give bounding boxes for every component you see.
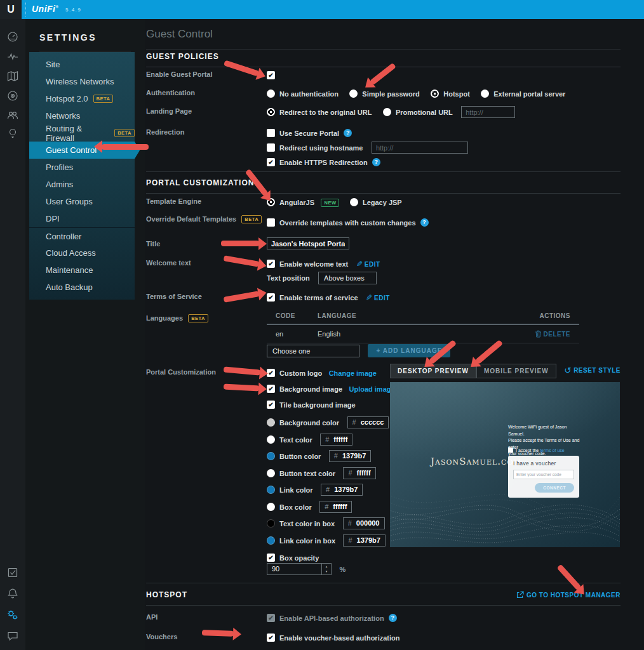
box-opacity-input[interactable]: 90 ▴▾ bbox=[267, 563, 332, 575]
background-image-checkbox[interactable] bbox=[267, 385, 275, 393]
redirect-hostname-input[interactable] bbox=[372, 142, 468, 154]
auth-external-portal-radio[interactable] bbox=[481, 90, 489, 98]
tab-mobile-preview[interactable]: MOBILE PREVIEW bbox=[476, 364, 556, 378]
override-templates-checkbox[interactable] bbox=[267, 218, 275, 227]
text-color-input[interactable]: #ffffff bbox=[320, 434, 352, 446]
link-color-swatch[interactable] bbox=[267, 486, 275, 494]
sidebar-item-maintenance[interactable]: Maintenance bbox=[29, 262, 135, 279]
portal-preview: JasonSamuel.com Welcome WiFi guest of Ja… bbox=[390, 382, 620, 547]
wave-pattern bbox=[390, 471, 620, 547]
text-color-in-box-swatch[interactable] bbox=[267, 519, 275, 527]
link-color-in-box-swatch[interactable] bbox=[267, 536, 275, 545]
promotional-url-input[interactable] bbox=[461, 106, 515, 118]
reset-style-button[interactable]: ↻RESET STYLE bbox=[564, 366, 621, 375]
settings-icon[interactable] bbox=[7, 609, 18, 621]
authentication-label: Authentication bbox=[146, 89, 195, 96]
preview-connect-button[interactable]: CONNECT bbox=[535, 483, 574, 493]
tile-background-checkbox[interactable] bbox=[267, 401, 275, 409]
template-legacy-jsp-radio[interactable] bbox=[350, 198, 358, 206]
logo-letter: U bbox=[7, 4, 15, 15]
sidebar-item-routing-firewall[interactable]: Routing & FirewallBETA bbox=[29, 124, 135, 142]
languages-label: Languages BETA bbox=[146, 314, 208, 322]
preview-terms-link[interactable]: terms of use bbox=[540, 448, 565, 453]
beta-badge: BETA bbox=[93, 95, 114, 103]
button-text-color-swatch[interactable] bbox=[267, 469, 275, 477]
clients-icon[interactable] bbox=[7, 110, 18, 121]
help-icon[interactable] bbox=[372, 158, 380, 166]
box-color-swatch[interactable] bbox=[267, 503, 275, 511]
https-redirection-checkbox[interactable] bbox=[267, 158, 275, 166]
sidebar-title: SETTINGS bbox=[39, 32, 145, 43]
events-icon[interactable] bbox=[7, 567, 18, 578]
version-label: 5.4.9 bbox=[65, 7, 81, 13]
refresh-icon: ↻ bbox=[564, 366, 571, 375]
sidebar-item-profiles[interactable]: Profiles bbox=[29, 159, 135, 176]
alerts-icon[interactable] bbox=[7, 588, 18, 599]
redirect-hostname-checkbox[interactable] bbox=[267, 143, 275, 152]
sidebar-item-admins[interactable]: Admins bbox=[29, 176, 135, 193]
welcome-edit-link[interactable]: EDIT bbox=[365, 261, 380, 268]
sidebar-item-cloud-access[interactable]: Cloud Access bbox=[29, 244, 135, 262]
enable-guest-portal-checkbox[interactable] bbox=[267, 71, 275, 79]
voucher-authorization-checkbox[interactable] bbox=[267, 633, 275, 642]
delete-language-button[interactable]: DELETE bbox=[535, 330, 570, 338]
preview-voucher-card: I have a voucher CONNECT bbox=[508, 456, 579, 498]
arrow-vouchers bbox=[202, 630, 234, 637]
stepper-up-icon: ▴ bbox=[322, 564, 331, 569]
language-row-en: en English DELETE bbox=[267, 325, 579, 343]
enable-welcome-text-checkbox[interactable] bbox=[267, 260, 275, 268]
background-color-input[interactable]: #cccccc bbox=[347, 416, 389, 428]
opacity-stepper[interactable]: ▴▾ bbox=[321, 564, 331, 574]
auth-simple-password-radio[interactable] bbox=[349, 90, 358, 98]
button-text-color-input[interactable]: #ffffff bbox=[343, 467, 375, 479]
change-image-link[interactable]: Change image bbox=[329, 369, 377, 377]
sidebar-item-dpi[interactable]: DPI bbox=[29, 210, 135, 227]
devices-icon[interactable] bbox=[7, 90, 18, 102]
sidebar-item-wireless-networks[interactable]: Wireless Networks bbox=[29, 73, 135, 90]
sidebar-item-site[interactable]: Site bbox=[29, 56, 135, 73]
choose-language-select[interactable]: Choose one bbox=[267, 345, 359, 357]
portal-title-input[interactable] bbox=[267, 237, 349, 249]
preview-voucher-input[interactable] bbox=[513, 470, 574, 479]
welcome-text-label: Welcome text bbox=[146, 259, 191, 267]
help-icon[interactable] bbox=[420, 218, 429, 227]
sidebar-item-hotspot-20[interactable]: Hotspot 2.0BETA bbox=[29, 90, 135, 107]
background-color-swatch[interactable] bbox=[267, 418, 275, 427]
preview-accept-terms: I accept the terms of use bbox=[508, 448, 565, 453]
link-color-in-box-input[interactable]: #1379b7 bbox=[343, 534, 385, 547]
sidebar-item-controller[interactable]: Controller bbox=[29, 227, 135, 244]
box-color-input[interactable]: #ffffff bbox=[319, 501, 352, 513]
text-position-select[interactable]: Above boxes bbox=[318, 272, 377, 284]
box-opacity-checkbox[interactable] bbox=[267, 554, 275, 562]
text-color-swatch[interactable] bbox=[267, 435, 275, 444]
auth-no-authentication-radio[interactable] bbox=[267, 90, 275, 98]
help-icon[interactable] bbox=[344, 129, 352, 137]
top-bar: U UniFi® 5.4.9 bbox=[0, 0, 644, 19]
external-link-icon bbox=[516, 591, 524, 599]
auth-hotspot-radio[interactable] bbox=[431, 90, 439, 98]
statistics-icon[interactable] bbox=[7, 51, 18, 62]
landing-promotional-url-radio[interactable] bbox=[383, 108, 391, 116]
enable-terms-checkbox[interactable] bbox=[267, 293, 275, 302]
terms-edit-link[interactable]: EDIT bbox=[374, 295, 390, 302]
landing-original-url-radio[interactable] bbox=[267, 108, 275, 116]
go-to-hotspot-manager-link[interactable]: GO TO HOTSPOT MANAGER bbox=[516, 591, 621, 599]
sidebar-item-user-groups[interactable]: User Groups bbox=[29, 193, 135, 210]
sidebar-item-auto-backup[interactable]: Auto Backup bbox=[29, 279, 135, 296]
dashboard-icon[interactable] bbox=[7, 31, 18, 43]
insights-icon[interactable] bbox=[7, 128, 18, 139]
vouchers-label: Vouchers bbox=[146, 633, 177, 640]
text-color-in-box-input[interactable]: #000000 bbox=[343, 517, 385, 529]
preview-terms-checkbox[interactable] bbox=[508, 448, 513, 453]
button-color-swatch[interactable] bbox=[267, 452, 275, 460]
button-color-input[interactable]: #1379b7 bbox=[329, 450, 371, 462]
sidebar-item-networks[interactable]: Networks bbox=[29, 107, 135, 124]
chat-icon[interactable] bbox=[7, 630, 18, 642]
upload-image-link[interactable]: Upload image bbox=[349, 385, 394, 393]
help-icon[interactable] bbox=[389, 614, 397, 622]
guest-policies-header: GUEST POLICIES bbox=[146, 52, 621, 67]
ubiquiti-logo-icon[interactable]: U bbox=[0, 0, 22, 19]
link-color-input[interactable]: #1379b7 bbox=[321, 484, 363, 496]
map-icon[interactable] bbox=[7, 70, 18, 82]
use-secure-portal-checkbox[interactable] bbox=[267, 129, 275, 137]
